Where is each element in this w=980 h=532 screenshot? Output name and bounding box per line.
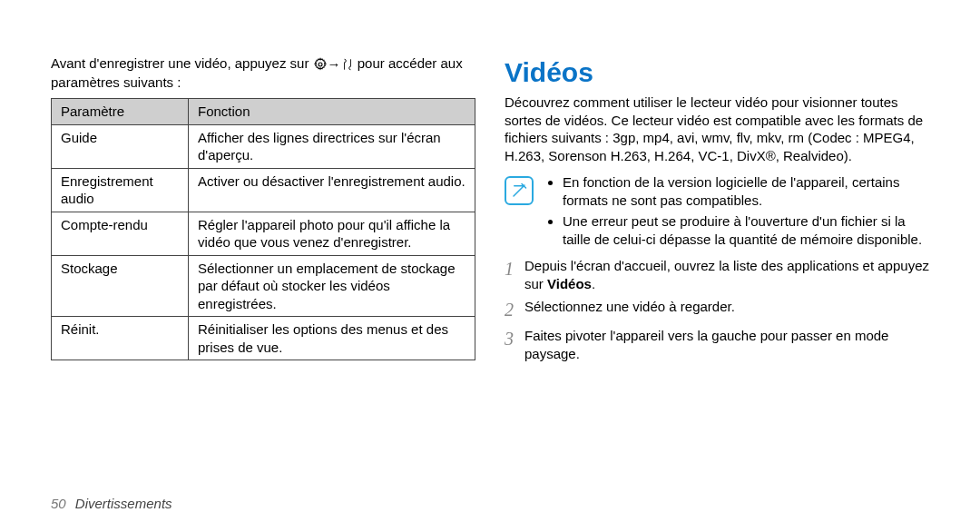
- intro-text-before: Avant d'enregistrer une vidéo, appuyez s…: [51, 55, 313, 71]
- note-box: En fonction de la version logicielle de …: [505, 173, 929, 251]
- table-row: Enregistrement audio Activer ou désactiv…: [52, 168, 475, 212]
- steps-list: Depuis l'écran d'accueil, ouvrez la list…: [505, 257, 929, 362]
- th-func: Fonction: [189, 99, 475, 125]
- page-number: 50: [51, 496, 66, 511]
- th-param: Paramètre: [52, 99, 189, 125]
- note-item: En fonction de la version logicielle de …: [563, 173, 929, 209]
- cell-func: Activer ou désactiver l'enregistrement a…: [189, 168, 475, 212]
- step-text: Depuis l'écran d'accueil, ouvrez la list…: [524, 257, 929, 292]
- arrow-text: →: [328, 55, 341, 74]
- videos-intro: Découvrez comment utiliser le lecteur vi…: [505, 94, 929, 164]
- cell-func: Afficher des lignes directrices sur l'éc…: [189, 124, 475, 168]
- step-post: .: [592, 276, 595, 291]
- left-column: Avant d'enregistrer une vidéo, appuyez s…: [51, 54, 475, 532]
- tools-icon: [341, 57, 354, 72]
- chapter-name: Divertissements: [75, 496, 172, 511]
- cell-param: Réinit.: [52, 317, 189, 360]
- manual-page: Avant d'enregistrer une vidéo, appuyez s…: [0, 0, 980, 532]
- intro-paragraph: Avant d'enregistrer une vidéo, appuyez s…: [51, 54, 475, 91]
- step-item: Faites pivoter l'appareil vers la gauche…: [505, 327, 929, 362]
- step-text: Sélectionnez une vidéo à regarder.: [524, 298, 929, 321]
- cell-param: Guide: [52, 124, 189, 168]
- cell-param: Stockage: [52, 255, 189, 317]
- table-row: Guide Afficher des lignes directrices su…: [52, 124, 475, 168]
- icon-sequence: →: [313, 55, 354, 74]
- parameters-table: Paramètre Fonction Guide Afficher des li…: [51, 98, 475, 360]
- note-item: Une erreur peut se produire à l'ouvertur…: [563, 212, 929, 248]
- note-icon: [505, 176, 534, 205]
- table-header-row: Paramètre Fonction: [52, 99, 475, 125]
- table-row: Stockage Sélectionner un emplacement de …: [52, 255, 475, 317]
- section-title: Vidéos: [505, 54, 929, 90]
- table-row: Réinit. Réinitialiser les options des me…: [52, 317, 475, 360]
- step-item: Depuis l'écran d'accueil, ouvrez la list…: [505, 257, 929, 292]
- cell-param: Enregistrement audio: [52, 168, 189, 212]
- step-text: Faites pivoter l'appareil vers la gauche…: [524, 327, 929, 362]
- page-footer: 50 Divertissements: [51, 495, 172, 513]
- svg-point-0: [318, 63, 322, 66]
- gear-icon: [313, 57, 328, 72]
- cell-func: Régler l'appareil photo pour qu'il affic…: [189, 212, 475, 255]
- step-bold: Vidéos: [547, 276, 592, 291]
- cell-func: Réinitialiser les options des menus et d…: [189, 317, 475, 360]
- table-row: Compte-rendu Régler l'appareil photo pou…: [52, 212, 475, 255]
- cell-param: Compte-rendu: [52, 212, 189, 255]
- right-column: Vidéos Découvrez comment utiliser le lec…: [505, 54, 929, 532]
- step-item: Sélectionnez une vidéo à regarder.: [505, 298, 929, 321]
- note-list: En fonction de la version logicielle de …: [544, 173, 929, 251]
- cell-func: Sélectionner un emplacement de stockage …: [189, 255, 475, 317]
